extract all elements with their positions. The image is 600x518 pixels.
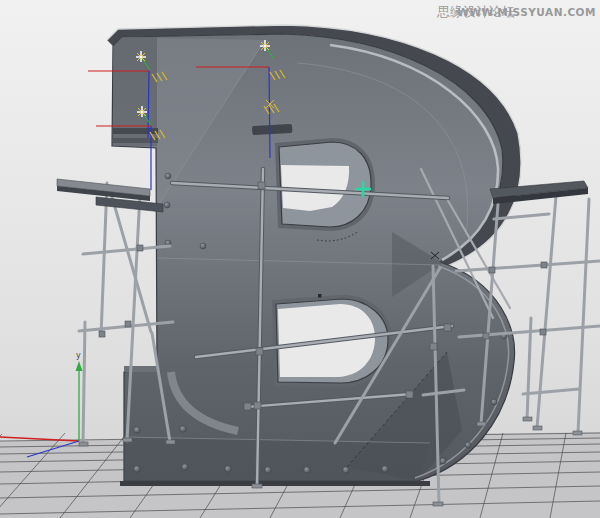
watermark-site-url: WWW.MISSYUAN.COM — [457, 6, 596, 18]
letter-b-model[interactable] — [107, 25, 521, 486]
base-shadow-strip — [120, 481, 430, 486]
viewport-3d[interactable]: y — [0, 0, 600, 518]
y-axis-label: y — [76, 351, 81, 360]
panel-block-ledge — [124, 366, 157, 372]
letter-b-upper-hole — [275, 138, 375, 231]
watermark: 思缘设计论坛 WWW.MISSYUAN.COM — [436, 4, 596, 19]
anchor-point-dot — [318, 294, 322, 298]
